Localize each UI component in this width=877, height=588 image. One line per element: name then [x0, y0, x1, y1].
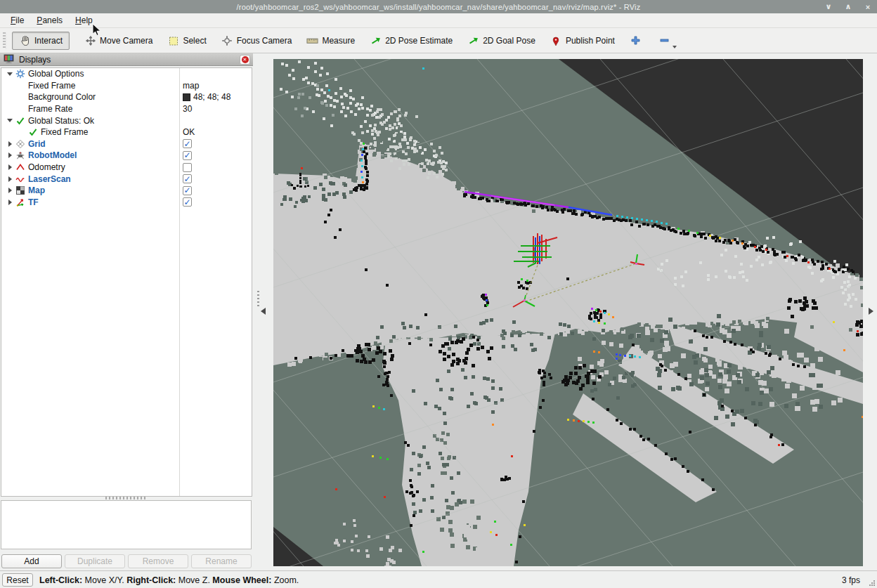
- tool-measure[interactable]: Measure: [306, 35, 355, 46]
- tree-row-grid[interactable]: Grid✓: [1, 138, 252, 150]
- enable-checkbox[interactable]: ✓: [183, 186, 192, 195]
- tool-focus-camera-label: Focus Camera: [237, 36, 292, 46]
- displays-close-button[interactable]: ✕: [240, 55, 250, 65]
- tool-interact-label: Interact: [34, 36, 63, 46]
- tool-select-label: Select: [183, 36, 206, 46]
- expander-closed-icon[interactable]: [4, 200, 15, 205]
- hint-right-click-action: Move Z.: [176, 575, 212, 585]
- statusbar: Reset Left-Click: Move X/Y. Right-Click:…: [0, 570, 877, 588]
- tool-2d-goal-pose-label: 2D Goal Pose: [483, 36, 535, 46]
- goal-arrow-icon: [467, 35, 479, 46]
- tool-measure-label: Measure: [322, 36, 355, 46]
- description-panel: [1, 500, 252, 549]
- tree-row-label: Frame Rate: [28, 104, 72, 114]
- tree-row-frame-rate[interactable]: Frame Rate30: [1, 103, 252, 115]
- expander-closed-icon[interactable]: [4, 141, 15, 147]
- tree-row-label: Background Color: [28, 92, 96, 102]
- tree-row-odometry[interactable]: Odometry: [1, 162, 252, 174]
- pose-arrow-icon: [370, 35, 382, 46]
- expander-closed-icon[interactable]: [4, 164, 15, 170]
- tree-row-map[interactable]: Map✓: [1, 185, 252, 197]
- checkbox-cell: [183, 162, 192, 174]
- add-tool-button[interactable]: [630, 35, 642, 46]
- displays-panel-header[interactable]: Displays ✕: [0, 53, 253, 66]
- tool-2d-goal-pose[interactable]: 2D Goal Pose: [467, 35, 535, 46]
- resize-grip[interactable]: [869, 580, 876, 587]
- tree-row-global-status-ok[interactable]: Global Status: Ok: [1, 115, 252, 126]
- enable-checkbox[interactable]: ✓: [183, 151, 192, 160]
- enable-checkbox[interactable]: [183, 163, 192, 172]
- collapse-right-arrow[interactable]: [869, 308, 873, 315]
- value-cell: 48; 48; 48: [183, 91, 230, 103]
- checkbox-cell: ✓: [183, 138, 192, 150]
- check-icon: [15, 116, 28, 126]
- mouse-cursor: [92, 24, 102, 38]
- value-cell: 30: [183, 103, 192, 115]
- tree-row-fixed-frame[interactable]: Fixed FrameOK: [1, 126, 252, 138]
- reset-button[interactable]: Reset: [2, 573, 33, 587]
- tree-row-label: Fixed Frame: [28, 81, 75, 91]
- tree-row-background-color[interactable]: Background Color48; 48; 48: [1, 91, 252, 103]
- hint-right-click-key: Right-Click:: [126, 575, 176, 585]
- add-display-button[interactable]: Add: [1, 554, 62, 568]
- expander-open-icon[interactable]: [4, 119, 15, 122]
- enable-checkbox[interactable]: ✓: [183, 197, 192, 207]
- tool-focus-camera[interactable]: Focus Camera: [221, 35, 292, 46]
- focus-camera-icon: [221, 35, 233, 46]
- tool-select[interactable]: Select: [167, 35, 206, 46]
- panel-splitter-handle[interactable]: [105, 497, 148, 499]
- odometry-icon: [15, 162, 28, 172]
- expander-open-icon[interactable]: [4, 72, 15, 76]
- maximize-button[interactable]: ∧: [843, 2, 853, 11]
- toolbar: Interact Move Camera Select Focus Camera…: [0, 28, 877, 53]
- remove-display-button: Remove: [128, 554, 188, 568]
- tool-publish-point[interactable]: Publish Point: [550, 35, 615, 46]
- map-pin-icon: [550, 35, 562, 46]
- hand-icon: [19, 35, 31, 46]
- enable-checkbox[interactable]: ✓: [183, 139, 192, 148]
- 3d-viewport[interactable]: [273, 59, 863, 566]
- tree-row-value[interactable]: 48; 48; 48: [193, 92, 230, 102]
- checkbox-cell: ✓: [183, 173, 192, 185]
- titlebar[interactable]: /root/yahboomcar_ros2_ws/yahboomcar_ws/i…: [0, 0, 877, 13]
- tree-row-value[interactable]: 30: [183, 104, 192, 114]
- close-button[interactable]: ×: [863, 3, 873, 11]
- expander-closed-icon[interactable]: [4, 188, 15, 193]
- expander-closed-icon[interactable]: [4, 152, 15, 158]
- toolbar-grip[interactable]: [3, 32, 6, 49]
- tree-row-laserscan[interactable]: LaserScan✓: [1, 173, 252, 185]
- enable-checkbox[interactable]: ✓: [183, 174, 192, 183]
- splitter-dots[interactable]: [257, 291, 259, 306]
- grid-icon: [15, 139, 28, 149]
- tree-row-label: Global Status: Ok: [28, 116, 94, 126]
- menu-file[interactable]: File: [4, 14, 30, 27]
- remove-tool-button[interactable]: [658, 35, 670, 46]
- tree-row-robotmodel[interactable]: RobotModel✓: [1, 150, 252, 162]
- hint-left-click-key: Left-Click:: [39, 575, 82, 585]
- expander-closed-icon[interactable]: [4, 176, 15, 182]
- tool-move-camera-label: Move Camera: [100, 36, 152, 46]
- displays-tree: Global OptionsFixed FramemapBackground C…: [1, 67, 252, 497]
- displays-buttons: AddDuplicateRemoveRename: [1, 554, 252, 568]
- tree-row-global-options[interactable]: Global Options: [1, 68, 252, 80]
- robot-icon: [15, 150, 28, 160]
- tree-row-tf[interactable]: TF✓: [1, 197, 252, 209]
- window-controls: ∨ ∧ ×: [824, 0, 873, 13]
- laser-icon: [15, 174, 28, 184]
- menubar: File Panels Help: [0, 13, 877, 28]
- tree-row-fixed-frame[interactable]: Fixed Framemap: [1, 80, 252, 92]
- tool-interact[interactable]: Interact: [12, 32, 70, 50]
- tool-2d-pose-estimate[interactable]: 2D Pose Estimate: [370, 35, 453, 46]
- color-swatch: [183, 93, 190, 101]
- minimize-button[interactable]: ∨: [824, 2, 833, 11]
- tree-row-label: Map: [28, 185, 45, 195]
- menu-panels[interactable]: Panels: [30, 14, 69, 27]
- hint-left-click-action: Move X/Y.: [82, 575, 126, 585]
- map-icon: [15, 185, 28, 195]
- tree-row-value[interactable]: map: [183, 81, 199, 91]
- checkbox-cell: ✓: [183, 150, 192, 162]
- value-cell: OK: [183, 126, 195, 138]
- minus-icon: [658, 35, 670, 46]
- rviz-window: /root/yahboomcar_ros2_ws/yahboomcar_ws/i…: [0, 0, 877, 588]
- collapse-left-arrow[interactable]: [261, 308, 266, 315]
